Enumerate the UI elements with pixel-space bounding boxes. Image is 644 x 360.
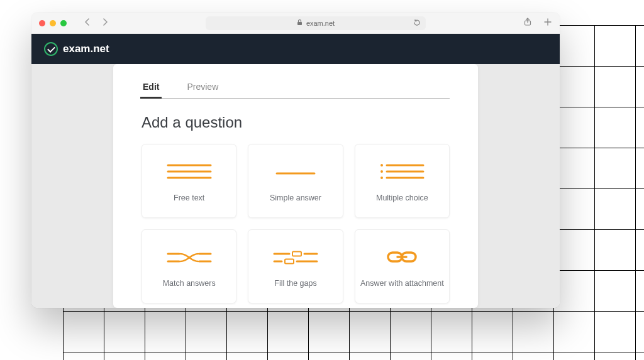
brand-logo-lockup[interactable]: exam.net — [44, 42, 109, 56]
lock-icon — [297, 19, 303, 27]
multiple-choice-icon — [374, 159, 430, 184]
match-answers-label: Match answers — [163, 278, 216, 288]
fill-gaps-label: Fill the gaps — [274, 278, 316, 288]
multiple-choice-label: Multiple choice — [376, 193, 428, 203]
browser-back-button[interactable] — [84, 18, 91, 29]
tab-edit[interactable]: Edit — [142, 78, 160, 98]
editor-card: Edit Preview Add a question — [113, 64, 478, 308]
tab-edit-label: Edit — [143, 82, 159, 92]
attachment-icon — [374, 244, 430, 270]
app-body-area: Edit Preview Add a question — [31, 64, 560, 308]
tab-preview[interactable]: Preview — [186, 78, 219, 98]
question-type-match-answers[interactable]: Match answers — [142, 229, 236, 303]
fill-gaps-icon — [267, 244, 324, 270]
brand-name-text: exam.net — [63, 43, 109, 55]
browser-url-bar[interactable]: exam.net — [206, 16, 426, 30]
question-type-simple-answer[interactable]: Simple answer — [248, 144, 343, 218]
editor-tabs: Edit Preview — [142, 78, 450, 99]
app-header-bar: exam.net — [31, 34, 560, 64]
chevron-right-icon — [102, 18, 108, 26]
svg-point-6 — [380, 164, 383, 166]
new-tab-icon[interactable] — [543, 18, 552, 28]
window-close-button[interactable] — [39, 20, 45, 26]
refresh-icon[interactable] — [413, 19, 421, 28]
browser-chrome-bar: exam.net — [31, 13, 560, 34]
page-title: Add a question — [142, 114, 450, 131]
free-text-label: Free text — [174, 193, 204, 203]
brand-check-circle-icon — [44, 42, 58, 56]
window-maximize-button[interactable] — [60, 20, 67, 26]
question-type-multiple-choice[interactable]: Multiple choice — [355, 144, 450, 218]
question-type-fill-gaps[interactable]: Fill the gaps — [248, 229, 343, 303]
question-type-answer-attachment[interactable]: Answer with attachment — [355, 229, 450, 303]
simple-answer-icon — [267, 159, 324, 184]
svg-rect-20 — [285, 259, 294, 263]
free-text-icon — [161, 159, 218, 184]
attachment-label: Answer with attachment — [360, 278, 444, 288]
match-answers-icon — [161, 244, 218, 270]
browser-nav-arrows — [84, 18, 108, 29]
question-type-free-text[interactable]: Free text — [142, 144, 236, 218]
url-host-text: exam.net — [306, 19, 335, 27]
svg-rect-17 — [292, 251, 301, 256]
svg-rect-0 — [297, 22, 302, 25]
window-minimize-button[interactable] — [50, 20, 56, 26]
browser-window-frame: exam.net exam.net Edit — [31, 13, 560, 308]
browser-right-actions — [523, 18, 552, 28]
question-type-grid: Free text Simple answer — [142, 144, 450, 303]
share-icon[interactable] — [523, 18, 532, 28]
browser-forward-button[interactable] — [102, 18, 108, 29]
tab-preview-label: Preview — [187, 82, 218, 92]
svg-point-8 — [380, 170, 383, 173]
svg-point-10 — [380, 177, 383, 179]
simple-answer-label: Simple answer — [270, 193, 321, 203]
window-controls — [39, 20, 67, 26]
chevron-left-icon — [84, 18, 91, 26]
